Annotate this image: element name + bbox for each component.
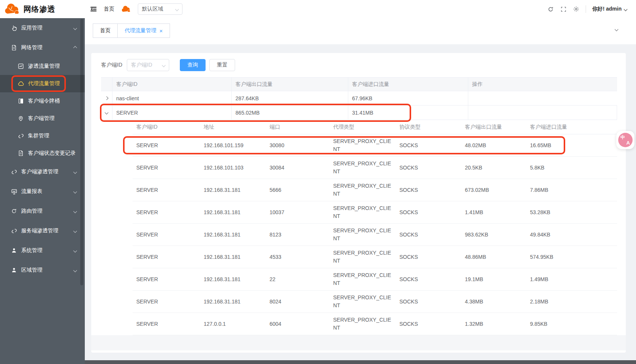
chevron-down-icon bbox=[73, 190, 77, 193]
table-row-server[interactable]: SERVER 865.02MB 31.41MB bbox=[101, 106, 617, 120]
chart-icon bbox=[17, 63, 24, 70]
person-icon bbox=[11, 247, 17, 254]
theme-sun-icon[interactable] bbox=[573, 6, 580, 12]
sidebar-item-label: 集群管理 bbox=[28, 132, 78, 139]
translate-widget[interactable]: 中A bbox=[616, 131, 634, 149]
tab-close-icon[interactable]: × bbox=[159, 28, 163, 34]
sidebar-item-cluster-management[interactable]: 集群管理 bbox=[0, 127, 85, 145]
cell-out-traffic: 1.41MB bbox=[461, 201, 526, 223]
expand-expanded-icon[interactable] bbox=[101, 106, 112, 120]
cell-proxy-type: SERVER_PROXY_CLIENT bbox=[329, 291, 396, 313]
tabbar-collapse-icon[interactable] bbox=[615, 28, 619, 31]
sidebar-menu: 应用管理网络管理渗透流量管理代理流量管理客户端令牌桶客户端管理集群管理客户端状态… bbox=[0, 18, 85, 280]
tab-home[interactable]: 首页 bbox=[93, 23, 118, 38]
cell-client-id: SERVER bbox=[132, 291, 200, 313]
horizontal-scrollbar[interactable] bbox=[85, 360, 636, 364]
sidebar-item-region-management[interactable]: 区域管理 bbox=[0, 260, 85, 280]
cell-in-traffic: 7.86MB bbox=[526, 179, 617, 201]
cell-out-traffic: 48.02MB bbox=[461, 134, 526, 156]
sidebar-item-penetration-traffic[interactable]: 渗透流量管理 bbox=[0, 58, 85, 75]
translate-icon: 中A bbox=[618, 133, 633, 147]
chevron-down-icon bbox=[73, 209, 77, 213]
sidebar-item-traffic-report[interactable]: 流量报表 bbox=[0, 182, 85, 201]
nested-table-row: SERVER 192.168.31.181 22 SERVER_PROXY_CL… bbox=[132, 268, 617, 291]
sidebar-submenu-network-management: 渗透流量管理代理流量管理客户端令牌桶客户端管理集群管理客户端状态变更记录 bbox=[0, 58, 85, 162]
logo-text: 网络渗透 bbox=[23, 4, 55, 14]
header-cell: 客户端进口流量 bbox=[526, 120, 617, 134]
filter-label: 客户端ID bbox=[101, 62, 122, 68]
sidebar-item-app-management[interactable]: 应用管理 bbox=[0, 18, 85, 38]
cell-in-traffic: 9.85KB bbox=[526, 313, 617, 335]
header-cell: 客户端ID bbox=[132, 120, 200, 134]
topbar-divider bbox=[586, 5, 586, 13]
sidebar-item-label: 网络管理 bbox=[21, 44, 74, 51]
pin-icon bbox=[17, 115, 24, 122]
link-icon bbox=[17, 132, 24, 139]
search-button[interactable]: 查询 bbox=[180, 59, 206, 71]
sidebar-item-client-state-log[interactable]: 客户端状态变更记录 bbox=[0, 145, 85, 162]
cell-in-traffic: 5.8KB bbox=[526, 157, 617, 179]
sidebar-fold-icon[interactable] bbox=[90, 6, 97, 12]
sidebar-item-label: 流量报表 bbox=[21, 188, 74, 195]
header-cell: 客户端出口流量 bbox=[461, 120, 526, 134]
cell-in-traffic: 16.65MB bbox=[526, 134, 617, 156]
sidebar-item-network-management[interactable]: 网络管理 bbox=[0, 38, 85, 58]
nested-table-row: SERVER 192.168.101.103 30084 SERVER_PROX… bbox=[132, 157, 617, 179]
tab-label: 首页 bbox=[100, 27, 111, 34]
cell-address: 192.168.31.181 bbox=[200, 224, 266, 246]
tab-proxy-traffic[interactable]: 代理流量管理 × bbox=[118, 23, 170, 38]
sidebar-scrollbar-thumb[interactable] bbox=[80, 19, 83, 285]
sidebar-item-label: 应用管理 bbox=[21, 25, 74, 31]
sidebar-item-system-management[interactable]: 系统管理 bbox=[0, 241, 85, 260]
cell-port: 4533 bbox=[266, 246, 329, 268]
cell-address: 192.168.101.159 bbox=[200, 134, 266, 156]
region-select[interactable]: 默认区域 bbox=[138, 3, 182, 15]
cell-port: 6004 bbox=[266, 313, 329, 335]
expand-collapsed-icon[interactable] bbox=[101, 91, 112, 106]
cell-action bbox=[468, 106, 617, 120]
cell-client-id: nas-client bbox=[112, 91, 232, 106]
tabs: 首页 代理流量管理 × bbox=[93, 23, 170, 38]
region-select-value: 默认区域 bbox=[142, 6, 163, 12]
main-table: 客户端ID 客户端出口流量 客户端进口流量 操作 nas-client 287.… bbox=[101, 77, 617, 350]
table-row-nas-client[interactable]: nas-client 287.64KB 67.96KB bbox=[101, 91, 617, 106]
header-cell: 客户端ID bbox=[112, 78, 232, 91]
sidebar-item-client-management[interactable]: 客户端管理 bbox=[0, 110, 85, 127]
sidebar-item-client-penetration[interactable]: 客户端渗透管理 bbox=[0, 162, 85, 182]
header-cell: 客户端进口流量 bbox=[348, 78, 468, 91]
chevron-down-icon bbox=[162, 63, 166, 67]
tab-strip: 首页 代理流量管理 × bbox=[85, 18, 636, 44]
client-id-select[interactable]: 客户端ID bbox=[127, 59, 169, 71]
cell-in-traffic: 31.41MB bbox=[348, 106, 468, 120]
sidebar-item-client-token-bucket[interactable]: 客户端令牌桶 bbox=[0, 92, 85, 110]
tab-label: 代理流量管理 bbox=[125, 27, 156, 34]
fullscreen-icon[interactable] bbox=[560, 6, 567, 12]
cell-in-traffic: 49.84KB bbox=[526, 224, 617, 246]
chevron-down-icon bbox=[624, 7, 628, 11]
refresh-icon[interactable] bbox=[547, 6, 554, 12]
header-cloud-icon bbox=[121, 6, 131, 12]
user-menu[interactable]: 你好! admin bbox=[592, 6, 627, 12]
sidebar-item-route-management[interactable]: 路由管理 bbox=[0, 201, 85, 221]
sidebar-item-server-penetration[interactable]: 服务端渗透管理 bbox=[0, 221, 85, 241]
nested-table-row: SERVER 192.168.31.181 8024 SERVER_PROXY_… bbox=[132, 291, 617, 313]
sidebar-item-proxy-traffic[interactable]: 代理流量管理 bbox=[0, 75, 85, 92]
cell-protocol: SOCKS bbox=[396, 246, 461, 268]
chevron-down-icon bbox=[73, 268, 77, 272]
cell-address: 192.168.31.181 bbox=[200, 268, 266, 290]
breadcrumb-home[interactable]: 首页 bbox=[104, 6, 114, 12]
cell-protocol: SOCKS bbox=[396, 134, 461, 156]
chevron-up-icon bbox=[73, 46, 77, 50]
cell-proxy-type: SERVER_PROXY_CLIENT bbox=[329, 268, 396, 290]
topbar-left: 首页 默认区域 bbox=[85, 3, 182, 15]
nested-table: 客户端ID 地址 端口 代理类型 协议类型 客户端出口流量 客户端进口流量 SE… bbox=[101, 120, 617, 350]
sidebar-item-label: 客户端状态变更记录 bbox=[28, 150, 78, 157]
cell-port: 8123 bbox=[266, 224, 329, 246]
cell-out-traffic: 1.32MB bbox=[461, 313, 526, 335]
bucket-icon bbox=[17, 98, 24, 104]
cloud-icon bbox=[17, 80, 24, 87]
cell-protocol: SOCKS bbox=[396, 201, 461, 223]
reset-button[interactable]: 重置 bbox=[209, 59, 235, 71]
main-table-body: nas-client 287.64KB 67.96KB SERVER 865.0… bbox=[101, 91, 617, 350]
cell-protocol: SOCKS bbox=[396, 313, 461, 335]
